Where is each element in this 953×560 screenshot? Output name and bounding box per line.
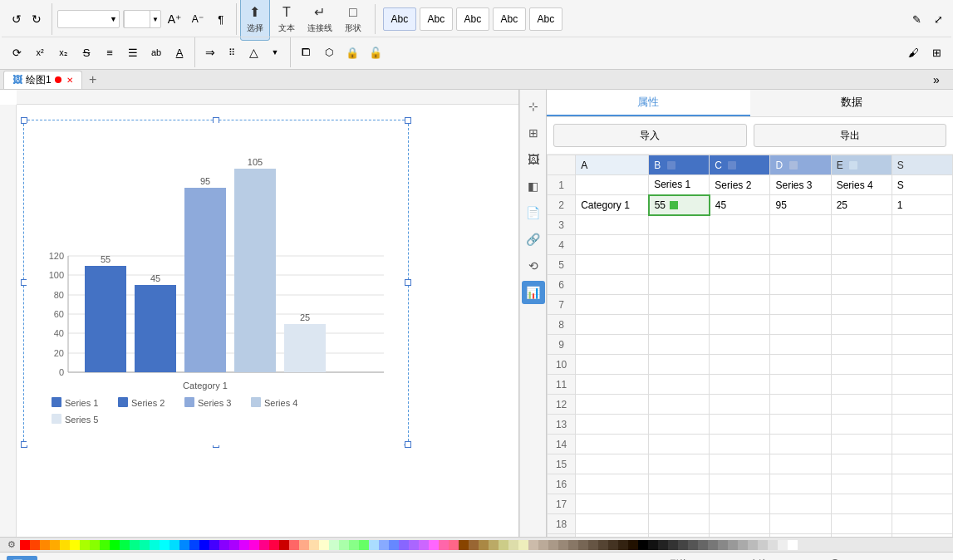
color-swatch[interactable] (379, 540, 389, 550)
pointer-tool[interactable]: ⊹ (522, 95, 545, 118)
zoom-plus-btn[interactable]: + (875, 558, 882, 561)
ab-btn[interactable]: ab (146, 42, 166, 62)
handle-mr[interactable] (405, 279, 411, 286)
cell-15-4[interactable] (831, 454, 892, 474)
cell-19-1[interactable] (649, 534, 710, 538)
color-swatch[interactable] (508, 540, 518, 550)
cell-5-5[interactable] (892, 255, 952, 275)
cell-15-0[interactable] (576, 454, 649, 474)
color-swatch[interactable] (528, 540, 538, 550)
color-swatch[interactable] (299, 540, 309, 550)
color-swatch[interactable] (718, 540, 728, 550)
cell-2f[interactable]: 1 (892, 195, 952, 215)
color-swatch[interactable] (189, 540, 199, 550)
color-swatch[interactable] (160, 540, 169, 550)
color-swatch[interactable] (499, 540, 508, 550)
style-box-2[interactable]: Abc (420, 7, 453, 31)
cell-7-1[interactable] (649, 295, 710, 315)
add-tab-btn[interactable]: + (84, 71, 102, 89)
cell-9-2[interactable] (710, 335, 770, 355)
color-settings-btn[interactable]: ⚙ (3, 538, 20, 552)
collapse-panel-btn[interactable]: » (926, 70, 946, 90)
paragraph-btn[interactable]: ¶ (211, 9, 231, 29)
color-swatch[interactable] (628, 540, 638, 550)
cell-19-4[interactable] (831, 534, 892, 538)
col-e-header[interactable]: E (831, 155, 892, 175)
color-swatch[interactable] (100, 540, 110, 550)
cell-15-3[interactable] (770, 454, 831, 474)
cell-14-4[interactable] (831, 435, 892, 454)
cell-7-0[interactable] (576, 295, 649, 315)
cell-12-0[interactable] (576, 395, 649, 415)
color-swatch[interactable] (768, 540, 778, 550)
color-swatch[interactable] (30, 540, 40, 550)
cell-6-0[interactable] (576, 275, 649, 295)
cell-9-3[interactable] (770, 335, 831, 355)
font-size-arrow[interactable]: ▼ (150, 16, 160, 23)
more-icon-btn[interactable]: ⊞ (926, 42, 946, 62)
cell-16-4[interactable] (831, 474, 892, 494)
cell-2d[interactable]: 95 (770, 195, 831, 215)
color-swatch[interactable] (678, 540, 688, 550)
cell-14-2[interactable] (710, 435, 770, 454)
cell-14-3[interactable] (770, 435, 831, 454)
text-tool-btn[interactable]: T 文本 (272, 0, 302, 41)
cell-5-1[interactable] (649, 255, 710, 275)
color-swatch[interactable] (90, 540, 100, 550)
cell-15-1[interactable] (649, 454, 710, 474)
cell-18-4[interactable] (831, 514, 892, 534)
cell-10-1[interactable] (649, 355, 710, 375)
cell-18-0[interactable] (576, 514, 649, 534)
cell-10-2[interactable] (710, 355, 770, 375)
font-increase-btn[interactable]: A⁺ (165, 9, 184, 29)
cell-10-0[interactable] (576, 355, 649, 375)
tab-close-btn[interactable]: ✕ (66, 76, 73, 85)
cell-17-4[interactable] (831, 494, 892, 514)
color-swatch[interactable] (538, 540, 548, 550)
color-swatch[interactable] (399, 540, 409, 550)
color-swatch[interactable] (738, 540, 748, 550)
color-swatch[interactable] (518, 540, 528, 550)
font-size-input[interactable]: 10 (124, 10, 150, 28)
color-swatch[interactable] (50, 540, 60, 550)
cell-8-4[interactable] (831, 315, 892, 335)
superscript-btn[interactable]: x² (30, 42, 50, 62)
color-swatch[interactable] (369, 540, 379, 550)
cell-7-3[interactable] (770, 295, 831, 315)
layers-tool[interactable]: ◧ (522, 174, 545, 198)
canvas-content[interactable]: 0 20 40 60 80 100 120 (17, 105, 518, 537)
color-swatch[interactable] (259, 540, 269, 550)
cell-1e[interactable]: Series 4 (831, 175, 892, 195)
color-swatch[interactable] (249, 540, 259, 550)
cell-14-1[interactable] (649, 435, 710, 454)
color-swatch[interactable] (269, 540, 279, 550)
cell-13-3[interactable] (770, 415, 831, 435)
cell-4-4[interactable] (831, 235, 892, 255)
color-swatch[interactable] (289, 540, 299, 550)
cell-9-4[interactable] (831, 335, 892, 355)
color-swatch[interactable] (239, 540, 249, 550)
shape-tool-btn[interactable]: □ 形状 (338, 0, 368, 41)
cell-13-1[interactable] (649, 415, 710, 435)
cell-13-4[interactable] (831, 415, 892, 435)
cell-17-5[interactable] (892, 494, 952, 514)
color-swatch[interactable] (588, 540, 598, 550)
cell-12-2[interactable] (710, 395, 770, 415)
arrow-right-icon[interactable]: ▼ (265, 42, 285, 62)
cell-6-1[interactable] (649, 275, 710, 295)
sync-icon-btn[interactable]: ⟳ (7, 42, 27, 62)
cell-6-5[interactable] (892, 275, 952, 295)
page-tool[interactable]: 📄 (522, 201, 545, 224)
cell-18-1[interactable] (649, 514, 710, 534)
handle-br[interactable] (405, 441, 411, 448)
list2-btn[interactable]: ☰ (123, 42, 143, 62)
fit-page-btn[interactable]: ⊡ (921, 558, 931, 561)
col-a-header[interactable]: A (576, 155, 649, 175)
cell-14-0[interactable] (576, 435, 649, 454)
cell-11-3[interactable] (770, 375, 831, 395)
cell-16-2[interactable] (710, 474, 770, 494)
cell-13-0[interactable] (576, 415, 649, 435)
color-swatch[interactable] (339, 540, 349, 550)
expand-icon-btn[interactable]: ⤢ (928, 9, 948, 29)
cell-11-5[interactable] (892, 375, 952, 395)
